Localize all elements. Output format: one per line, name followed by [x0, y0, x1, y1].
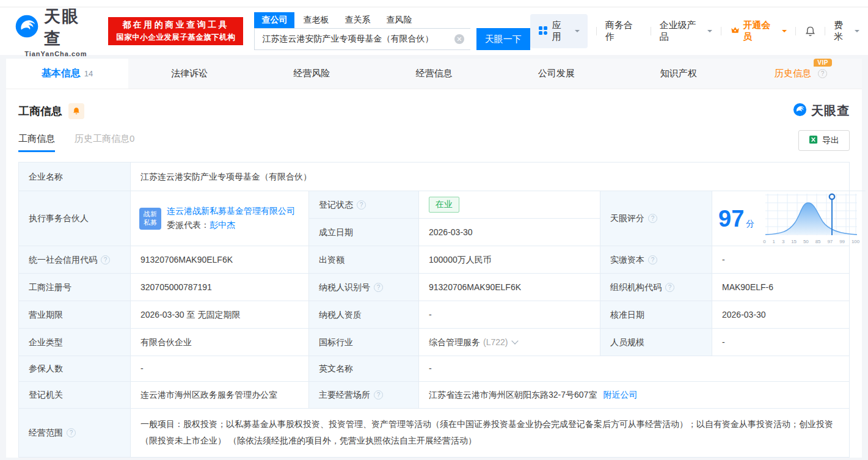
tab-company-development[interactable]: 公司发展 [495, 59, 618, 89]
label-paid-in-capital: 实缴资本? [600, 246, 712, 273]
label-english-name: 英文名称 [308, 356, 418, 381]
logo-domain: TianYanCha.com [24, 50, 87, 57]
label-registration-status: 登记状态? [308, 191, 418, 218]
crown-icon [730, 25, 740, 37]
help-icon[interactable]: ? [665, 283, 674, 292]
tab-business-info[interactable]: 经营信息 [373, 59, 495, 89]
nearby-companies-link[interactable]: 附近公司 [603, 389, 637, 401]
tianyancha-logo[interactable]: 天眼查 TianYanCha.com [15, 5, 97, 57]
value-registration-authority: 连云港市海州区政务服务管理办公室 [130, 381, 308, 408]
site-header: 天眼查 TianYanCha.com 都在用的商业查询工具 国家中小企业发展子基… [0, 7, 868, 55]
label-business-address: 主要经营场所? [308, 381, 418, 408]
search-tab-risk[interactable]: 查风险 [379, 12, 419, 28]
label-registration-number: 工商注册号 [19, 273, 130, 301]
search-tab-company[interactable]: 查公司 [254, 12, 294, 28]
nav-enterprise-product[interactable]: 企业级产品 [660, 20, 713, 43]
status-badge: 在业 [429, 197, 459, 213]
value-staff-size: - [712, 328, 849, 356]
table-row: 经营范围? 一般项目：股权投资；以私募基金从事股权投资、投资管理、资产管理等活动… [19, 408, 849, 457]
value-company-name: 江苏连云港安防产业专项母基金（有限合伙） [130, 162, 849, 191]
subtab-history-registration[interactable]: 历史工商信息0 [75, 133, 134, 152]
apps-menu-button[interactable]: 应用 [530, 14, 588, 48]
help-icon[interactable]: ? [374, 283, 383, 292]
help-icon[interactable]: ? [374, 390, 383, 400]
industry-code: (L722) [483, 336, 508, 349]
delegate-name-link[interactable]: 彭中杰 [210, 220, 235, 230]
label-approval-date: 核准日期 [600, 301, 712, 328]
apps-grid-icon [538, 26, 548, 37]
nav-open-membership[interactable]: 开通会员 [730, 20, 787, 43]
label-staff-size: 人员规模 [600, 328, 712, 356]
search-tab-relation[interactable]: 查关系 [337, 12, 377, 28]
value-business-scope: 一般项目：股权投资；以私募基金从事股权投资、投资管理、资产管理等活动（须在中国证… [130, 408, 849, 457]
username: 费米 [834, 20, 852, 43]
search-button[interactable]: 天眼一下 [476, 28, 530, 50]
help-icon[interactable]: ? [101, 255, 110, 265]
clear-search-icon[interactable]: ✕ [454, 34, 464, 44]
value-establish-date: 2026-03-30 [418, 218, 600, 246]
help-icon[interactable]: ? [818, 69, 827, 78]
value-credit-code: 91320706MAK90ELF6K [130, 246, 308, 273]
nav-business-cooperation[interactable]: 商务合作 [605, 20, 642, 43]
value-approval-date: 2026-03-30 [712, 301, 849, 328]
table-row: 企业类型 有限合伙企业 国标行业 综合管理服务(L722) 人员规模 - [19, 328, 849, 356]
partner-avatar[interactable]: 战新私募 [139, 208, 161, 230]
label-insured-count: 参保人数 [19, 356, 130, 381]
monitor-bell-icon[interactable] [68, 103, 84, 119]
label-business-scope: 经营范围? [19, 408, 130, 457]
label-establish-date: 成立日期 [308, 218, 418, 246]
help-icon[interactable]: ? [648, 255, 657, 265]
help-icon[interactable]: ? [357, 200, 366, 210]
value-taxpayer-id: 91320706MAK90ELF6K [418, 273, 600, 301]
score-number: 97 [718, 207, 744, 230]
value-organization-code: MAK90ELF-6 [712, 273, 849, 301]
search-tabs: 查公司 查老板 查关系 查风险 [254, 12, 530, 28]
table-row: 参保人数 - 英文名称 - [19, 356, 849, 381]
tab-history-info[interactable]: VIP 历史信息 ? [740, 59, 862, 89]
value-insured-count: - [130, 356, 308, 381]
company-detail-card: 基本信息 14 法律诉讼 经营风险 经营信息 公司发展 知识产权 VIP 历史信… [6, 59, 862, 458]
slogan-line1: 都在用的商业查询工具 [122, 20, 229, 31]
label-taxpayer-qualification: 纳税人资质 [308, 301, 418, 328]
label-credit-code: 统一社会信用代码? [19, 246, 130, 273]
label-executive-partner: 执行事务合伙人 [19, 191, 130, 246]
help-icon[interactable]: ? [648, 214, 657, 223]
vip-badge: VIP [814, 59, 832, 67]
tianyancha-logo-icon [793, 103, 807, 119]
tab-operational-risk[interactable]: 经营风险 [250, 59, 373, 89]
score-axis-ticks: 0131550859799100 [763, 238, 859, 246]
value-tianyan-score: 97 分 [712, 191, 866, 246]
tab-basic-info[interactable]: 基本信息 14 [6, 59, 128, 89]
table-row: 营业期限 2026-03-30 至 无固定期限 纳税人资质 - 核准日期 202… [19, 301, 849, 328]
partner-company-link[interactable]: 连云港战新私募基金管理有限公司 [167, 205, 295, 218]
value-company-type: 有限合伙企业 [130, 328, 308, 356]
value-industry[interactable]: 综合管理服务(L722) [418, 328, 600, 356]
top-divider [0, 0, 868, 7]
value-paid-in-capital: - [712, 246, 849, 273]
label-contribution: 出资额 [308, 246, 418, 273]
label-registration-authority: 登记机关 [19, 381, 130, 408]
chevron-down-icon [575, 30, 580, 35]
user-menu[interactable]: 费米 [834, 20, 859, 43]
chevron-down-icon [782, 30, 787, 35]
help-icon[interactable]: ? [67, 428, 76, 437]
value-registration-number: 320705000787191 [130, 273, 308, 301]
notification-bell-icon[interactable] [804, 26, 816, 37]
tab-intellectual-property[interactable]: 知识产权 [618, 59, 740, 89]
excel-icon [809, 135, 818, 146]
tianyancha-watermark: 天眼查 [793, 103, 850, 119]
search-tab-boss[interactable]: 查老板 [296, 12, 336, 28]
label-taxpayer-id: 纳税人识别号? [308, 273, 418, 301]
brand-slogan: 都在用的商业查询工具 国家中小企业发展子基金旗下机构 [108, 17, 244, 45]
tab-legal-proceedings[interactable]: 法律诉讼 [128, 59, 250, 89]
table-row: 执行事务合伙人 战新私募 连云港战新私募基金管理有限公司 委派代表：彭中杰 登记… [19, 191, 849, 246]
business-info-table: 企业名称 江苏连云港安防产业专项母基金（有限合伙） 执行事务合伙人 战新私募 连… [18, 162, 850, 458]
apps-label: 应用 [552, 20, 571, 43]
value-executive-partner: 战新私募 连云港战新私募基金管理有限公司 委派代表：彭中杰 [130, 191, 308, 246]
chevron-down-icon[interactable] [512, 337, 519, 344]
export-button[interactable]: 导出 [798, 130, 850, 151]
search-input[interactable] [254, 28, 470, 50]
section-title: 工商信息 [18, 104, 62, 119]
subtab-business-registration[interactable]: 工商信息 [18, 133, 55, 152]
tab-count: 14 [84, 69, 93, 78]
